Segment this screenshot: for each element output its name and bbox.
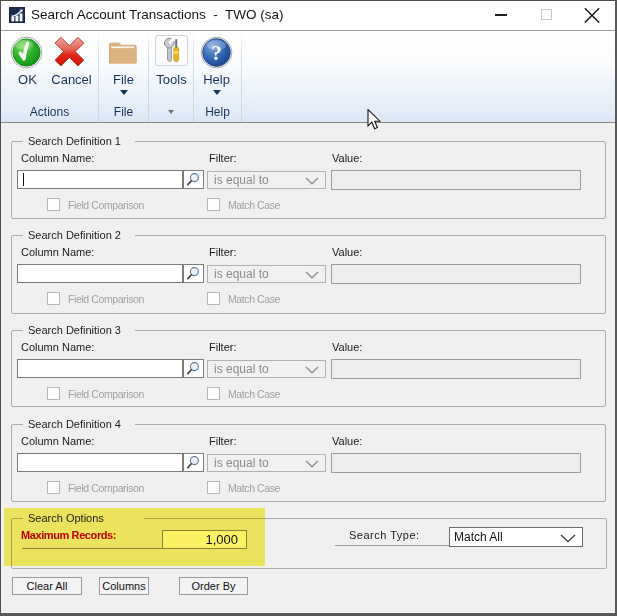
svg-text:?: ? [211, 40, 222, 65]
